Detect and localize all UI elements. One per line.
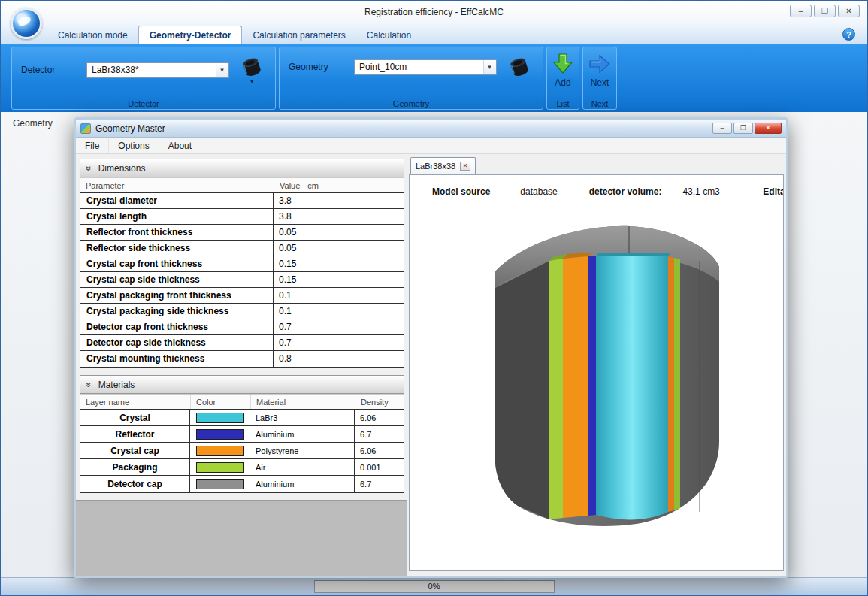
parameter-value[interactable]: 0.8	[274, 351, 404, 367]
viewer-header: Model source database detector volume: 4…	[410, 175, 783, 197]
geometry-side-label: Geometry	[13, 118, 53, 129]
viewer-canvas[interactable]: Model source database detector volume: 4…	[409, 174, 784, 571]
minimize-button[interactable]: –	[790, 5, 812, 17]
model-source-value: database	[520, 186, 557, 197]
add-arrow-icon	[552, 53, 573, 75]
window-titlebar[interactable]: Registration efficiency - EffCalcMC – ❐ …	[1, 1, 867, 23]
detector-volume-label: detector volume:	[589, 186, 662, 197]
color-cell[interactable]	[190, 476, 250, 492]
material-name[interactable]: Air	[250, 459, 355, 475]
dialog-body: » Dimensions Parameter Value cm Crystal …	[76, 154, 786, 576]
parameter-value[interactable]: 0.05	[274, 241, 404, 256]
tab-calculation-mode[interactable]: Calculation mode	[47, 26, 138, 44]
density-value[interactable]: 6.7	[355, 476, 404, 492]
table-row: Detector cap front thickness 0.7	[80, 319, 404, 335]
parameter-value[interactable]: 0.7	[274, 319, 404, 334]
color-cell[interactable]	[190, 426, 250, 442]
chevron-down-icon[interactable]: ▾	[216, 63, 228, 77]
color-cell[interactable]	[190, 459, 250, 475]
chevron-double-icon: »	[83, 382, 94, 387]
geometry-edit-button[interactable]	[504, 55, 535, 79]
parameter-value[interactable]: 0.15	[274, 256, 404, 271]
dialog-controls: – ❐ ✕	[712, 123, 782, 134]
ribbon-group-geometry: Geometry Point_10cm ▾ G	[279, 47, 543, 110]
detector-combobox-value: LaBr38x38*	[87, 65, 216, 75]
table-row: Crystal packaging side thickness 0.1	[80, 304, 404, 319]
app-window: Registration efficiency - EffCalcMC – ❐ …	[0, 0, 868, 596]
menu-file[interactable]: File	[76, 138, 109, 153]
color-swatch[interactable]	[196, 462, 244, 473]
geometry-combobox[interactable]: Point_10cm ▾	[354, 59, 497, 75]
close-button[interactable]: ✕	[838, 5, 860, 17]
parameter-value[interactable]: 0.1	[274, 304, 404, 319]
dimensions-table-header: Parameter Value cm	[80, 177, 404, 192]
ribbon: Detector LaBr38x38* ▾ ▾	[1, 44, 867, 112]
col-layer-name: Layer name	[80, 395, 191, 409]
density-value[interactable]: 6.7	[355, 426, 404, 442]
col-value: Value	[280, 181, 300, 192]
left-panel-filler	[76, 500, 407, 576]
parameter-value[interactable]: 3.8	[274, 193, 404, 208]
parameter-value[interactable]: 0.05	[274, 225, 404, 240]
color-swatch[interactable]	[196, 479, 244, 489]
parameters-panel: » Dimensions Parameter Value cm Crystal …	[76, 154, 407, 576]
color-cell[interactable]	[190, 443, 250, 458]
tab-calculation-parameters[interactable]: Calculation parameters	[242, 26, 355, 44]
material-name[interactable]: LaBr3	[250, 410, 355, 425]
help-icon[interactable]: ?	[842, 28, 855, 41]
table-row: Detector cap Aluminium 6.7	[80, 476, 404, 492]
model-source-label: Model source	[432, 186, 490, 197]
color-swatch[interactable]	[196, 413, 244, 423]
material-name[interactable]: Aluminium	[250, 476, 355, 492]
tab-close-icon[interactable]: ✕	[460, 162, 470, 171]
col-unit: cm	[307, 181, 319, 192]
tab-geometry-detector[interactable]: Geometry-Detector	[138, 26, 243, 44]
viewer-tab-labr38x38[interactable]: LaBr38x38 ✕	[410, 157, 476, 174]
detector-combobox[interactable]: LaBr38x38* ▾	[86, 62, 229, 78]
materials-header-label: Materials	[98, 380, 135, 390]
color-cell[interactable]	[190, 410, 250, 425]
parameter-value[interactable]: 0.15	[274, 272, 404, 287]
parameter-name: Crystal diameter	[80, 193, 274, 208]
material-name[interactable]: Aluminium	[250, 426, 355, 442]
menu-options[interactable]: Options	[109, 138, 159, 153]
statusbar: 0%	[1, 577, 867, 595]
table-row: Detector cap side thickness 0.7	[80, 335, 404, 351]
group-label-list: List	[547, 99, 579, 108]
detector-3d-model[interactable]	[476, 217, 737, 559]
tab-calculation[interactable]: Calculation	[356, 26, 422, 44]
dimensions-section-header[interactable]: » Dimensions	[80, 159, 404, 177]
density-value[interactable]: 6.06	[355, 410, 404, 425]
color-swatch[interactable]	[196, 446, 244, 456]
table-row: Crystal packaging front thickness 0.1	[80, 288, 404, 304]
materials-table: Crystal LaBr3 6.06 Reflector Aluminium	[80, 409, 404, 493]
parameter-name: Crystal length	[80, 209, 274, 224]
dialog-icon	[80, 123, 91, 134]
dialog-maximize-button[interactable]: ❐	[733, 123, 753, 134]
menu-about[interactable]: About	[159, 138, 201, 153]
parameter-value[interactable]: 3.8	[274, 209, 404, 224]
parameter-value[interactable]: 0.1	[274, 288, 404, 303]
layer-name: Crystal	[80, 410, 190, 425]
material-name[interactable]: Polystyrene	[250, 443, 355, 458]
detector-edit-button[interactable]: ▾	[237, 55, 268, 85]
dialog-titlebar[interactable]: Geometry Master – ❐ ✕	[76, 120, 786, 138]
chevron-down-icon[interactable]: ▾	[250, 77, 254, 85]
parameter-value[interactable]: 0.7	[274, 335, 404, 350]
color-swatch[interactable]	[196, 429, 244, 440]
table-row: Crystal diameter 3.8	[80, 193, 404, 209]
viewer-pane: LaBr38x38 ✕ Model source database detect…	[407, 154, 786, 576]
geometry-master-dialog: Geometry Master – ❐ ✕ File Options About…	[74, 117, 788, 578]
chevron-down-icon[interactable]: ▾	[483, 60, 496, 74]
layer-name: Reflector	[80, 426, 190, 442]
density-value[interactable]: 6.06	[355, 443, 404, 458]
maximize-button[interactable]: ❐	[814, 5, 836, 17]
next-arrow-icon	[588, 53, 611, 75]
dialog-minimize-button[interactable]: –	[712, 123, 732, 134]
dialog-close-button[interactable]: ✕	[755, 123, 782, 134]
app-logo-icon[interactable]	[11, 8, 42, 39]
parameter-name: Reflector side thickness	[80, 241, 274, 256]
materials-section-header[interactable]: » Materials	[80, 375, 404, 394]
col-parameter: Parameter	[80, 178, 274, 192]
density-value[interactable]: 0.001	[355, 459, 404, 475]
